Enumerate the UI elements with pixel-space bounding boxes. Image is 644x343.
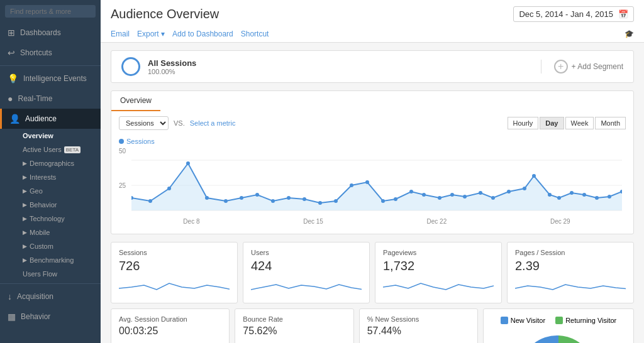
svg-point-30 (532, 174, 536, 178)
overview-panel: Overview Sessions VS. Select a metric Ho… (111, 90, 634, 234)
add-to-dashboard-button[interactable]: Add to Dashboard (172, 30, 233, 38)
chart-area: Sessions 50 25 (111, 135, 633, 234)
sidebar-sub-benchmarking[interactable]: ▶ Benchmarking (18, 253, 101, 267)
sidebar-item-audience[interactable]: 👤 Audience (0, 109, 101, 129)
sidebar-sub-overview[interactable]: Overview (18, 129, 101, 143)
week-button[interactable]: Week (565, 117, 594, 129)
svg-point-23 (438, 196, 441, 200)
sidebar-item-dashboards[interactable]: ⊞ Dashboards (0, 23, 101, 43)
svg-point-11 (255, 193, 259, 197)
sidebar-sub-technology-label: Technology (30, 215, 65, 222)
dashboards-icon: ⊞ (8, 28, 15, 38)
top-bar-header: Audience Overview Dec 5, 2014 - Jan 4, 2… (111, 6, 634, 22)
svg-point-16 (334, 199, 338, 203)
sidebar-sub-geo[interactable]: ▶ Geo (18, 184, 101, 198)
svg-point-5 (148, 199, 152, 203)
sidebar-sub-technology[interactable]: ▶ Technology (18, 212, 101, 226)
metric-card-pageviews: Pageviews 1,732 (375, 242, 502, 303)
acquisition-icon: ↓ (8, 291, 12, 302)
sidebar-sub-users-flow[interactable]: Users Flow (18, 267, 101, 281)
top-bar: Audience Overview Dec 5, 2014 - Jan 4, 2… (101, 0, 644, 43)
settings-icon[interactable]: 🎓 (625, 30, 634, 38)
x-label-dec29: Dec 29 (550, 218, 570, 225)
returning-visitor-label: Returning Visitor (565, 317, 616, 324)
sidebar-sub-mobile[interactable]: ▶ Mobile (18, 226, 101, 239)
avg-duration-label: Avg. Session Duration (119, 315, 221, 323)
metric-dropdown[interactable]: Sessions (119, 116, 169, 130)
content-area: All Sessions 100.00% + + Add Segment Ove… (101, 43, 644, 343)
pie-chart-container: 42.4% 57.6% (514, 329, 602, 343)
svg-point-34 (582, 193, 586, 197)
technology-arrow: ▶ (23, 215, 27, 222)
select-metric-link[interactable]: Select a metric (190, 119, 236, 127)
sidebar-sub-custom-label: Custom (30, 242, 53, 250)
new-sessions-value: 57.44% (367, 325, 470, 337)
shortcuts-icon: ↩ (8, 48, 15, 58)
svg-point-25 (463, 195, 467, 199)
audience-submenu: Overview Active Users BETA ▶ Demographic… (0, 129, 101, 281)
avg-duration-value: 00:03:25 (119, 325, 221, 337)
sidebar-search-container (0, 0, 101, 23)
sidebar-item-behavior2[interactable]: ▦ Behavior (0, 307, 101, 327)
svg-point-24 (450, 193, 454, 197)
main-content: Audience Overview Dec 5, 2014 - Jan 4, 2… (101, 0, 644, 343)
metric-card-avg-duration: Avg. Session Duration 00:03:25 (111, 308, 230, 343)
sidebar-item-intelligence[interactable]: 💡 Intelligence Events (0, 68, 101, 89)
realtime-icon: ● (8, 94, 13, 104)
line-chart-svg (131, 148, 622, 217)
svg-point-19 (381, 199, 385, 203)
new-sessions-label: % New Sessions (367, 315, 470, 323)
demographics-arrow: ▶ (23, 160, 27, 166)
svg-point-14 (303, 197, 306, 201)
email-button[interactable]: Email (111, 30, 130, 38)
sidebar-label-acquisition: Acquisition (17, 292, 53, 301)
y-label-25: 25 (119, 182, 126, 189)
sidebar-sub-behavior[interactable]: ▶ Behavior (18, 198, 101, 212)
sidebar-sub-demographics[interactable]: ▶ Demographics (18, 156, 101, 170)
sidebar-label-behavior2: Behavior (21, 312, 50, 321)
month-button[interactable]: Month (595, 117, 626, 129)
add-segment-button[interactable]: + + Add Segment (541, 60, 623, 74)
svg-point-7 (186, 161, 190, 165)
time-buttons: Hourly Day Week Month (508, 117, 626, 129)
pie-chart-svg: 42.4% 57.6% (514, 329, 602, 343)
sidebar-label-audience: Audience (25, 114, 57, 123)
shortcut-button[interactable]: Shortcut (241, 30, 269, 38)
sidebar-item-acquisition[interactable]: ↓ Acquisition (0, 286, 101, 307)
sidebar: ⊞ Dashboards ↩ Shortcuts 💡 Intelligence … (0, 0, 101, 343)
export-button[interactable]: Export ▾ (137, 30, 165, 38)
sessions-legend-dot (119, 139, 124, 144)
pie-legend: New Visitor Returning Visitor (491, 317, 626, 324)
bounce-rate-sparkline (243, 339, 345, 343)
metric-card-bounce-rate: Bounce Rate 75.62% (235, 308, 353, 343)
sidebar-sub-activeusers-label: Active Users (23, 146, 62, 153)
hourly-button[interactable]: Hourly (508, 117, 539, 129)
pageviews-label: Pageviews (383, 249, 494, 256)
sidebar-sub-demographics-label: Demographics (30, 160, 74, 167)
mobile-arrow: ▶ (23, 229, 27, 236)
sidebar-item-shortcuts[interactable]: ↩ Shortcuts (0, 43, 101, 63)
sidebar-sub-custom[interactable]: ▶ Custom (18, 239, 101, 253)
day-button[interactable]: Day (540, 117, 564, 129)
sidebar-sub-active-users[interactable]: Active Users BETA (18, 143, 101, 156)
vs-label: VS. (174, 119, 185, 127)
plus-circle-icon: + (554, 60, 568, 74)
users-sparkline (251, 276, 362, 295)
sidebar-sub-interests[interactable]: ▶ Interests (18, 170, 101, 184)
svg-point-18 (365, 180, 369, 184)
chart-controls: Sessions VS. Select a metric Hourly Day … (111, 111, 633, 135)
pages-session-label: Pages / Session (515, 249, 626, 256)
search-input[interactable] (5, 5, 96, 18)
date-range-picker[interactable]: Dec 5, 2014 - Jan 4, 2015 📅 (513, 6, 634, 22)
sidebar-label-dashboards: Dashboards (20, 28, 61, 37)
sidebar-item-realtime[interactable]: ● Real-Time (0, 89, 101, 109)
metric-card-pages-session: Pages / Session 2.39 (507, 242, 634, 303)
add-segment-label: + Add Segment (572, 62, 623, 71)
svg-point-32 (557, 196, 561, 200)
segment-circle (121, 57, 140, 76)
pageviews-value: 1,732 (383, 259, 494, 273)
new-visitor-label: New Visitor (511, 317, 545, 324)
overview-tab[interactable]: Overview (111, 91, 160, 111)
svg-point-26 (479, 191, 482, 195)
segment-info: All Sessions 100.00% (148, 58, 528, 75)
